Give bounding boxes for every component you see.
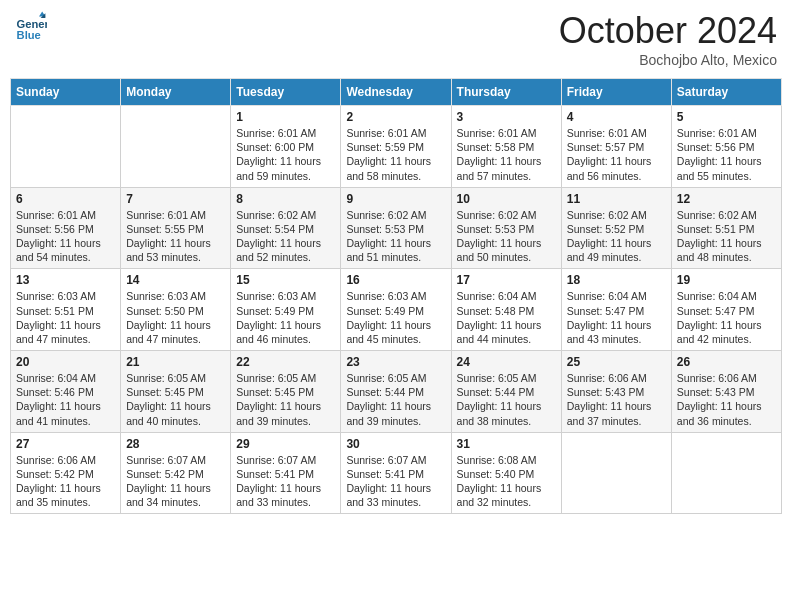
day-info: Sunrise: 6:06 AM Sunset: 5:43 PM Dayligh… bbox=[567, 371, 666, 428]
day-info: Sunrise: 6:01 AM Sunset: 5:56 PM Dayligh… bbox=[16, 208, 115, 265]
day-info: Sunrise: 6:02 AM Sunset: 5:53 PM Dayligh… bbox=[457, 208, 556, 265]
day-info: Sunrise: 6:01 AM Sunset: 5:58 PM Dayligh… bbox=[457, 126, 556, 183]
week-row-4: 27Sunrise: 6:06 AM Sunset: 5:42 PM Dayli… bbox=[11, 432, 782, 514]
day-info: Sunrise: 6:04 AM Sunset: 5:48 PM Dayligh… bbox=[457, 289, 556, 346]
calendar-cell: 28Sunrise: 6:07 AM Sunset: 5:42 PM Dayli… bbox=[121, 432, 231, 514]
calendar-cell: 1Sunrise: 6:01 AM Sunset: 6:00 PM Daylig… bbox=[231, 106, 341, 188]
weekday-header-thursday: Thursday bbox=[451, 79, 561, 106]
day-info: Sunrise: 6:01 AM Sunset: 5:56 PM Dayligh… bbox=[677, 126, 776, 183]
day-number: 11 bbox=[567, 192, 666, 206]
day-info: Sunrise: 6:03 AM Sunset: 5:49 PM Dayligh… bbox=[236, 289, 335, 346]
calendar-cell: 10Sunrise: 6:02 AM Sunset: 5:53 PM Dayli… bbox=[451, 187, 561, 269]
calendar-cell: 5Sunrise: 6:01 AM Sunset: 5:56 PM Daylig… bbox=[671, 106, 781, 188]
day-number: 26 bbox=[677, 355, 776, 369]
day-number: 13 bbox=[16, 273, 115, 287]
weekday-header-monday: Monday bbox=[121, 79, 231, 106]
day-info: Sunrise: 6:07 AM Sunset: 5:41 PM Dayligh… bbox=[236, 453, 335, 510]
week-row-3: 20Sunrise: 6:04 AM Sunset: 5:46 PM Dayli… bbox=[11, 351, 782, 433]
day-number: 30 bbox=[346, 437, 445, 451]
day-number: 8 bbox=[236, 192, 335, 206]
day-number: 31 bbox=[457, 437, 556, 451]
calendar-cell bbox=[11, 106, 121, 188]
weekday-header-saturday: Saturday bbox=[671, 79, 781, 106]
day-info: Sunrise: 6:05 AM Sunset: 5:45 PM Dayligh… bbox=[236, 371, 335, 428]
day-number: 18 bbox=[567, 273, 666, 287]
day-number: 15 bbox=[236, 273, 335, 287]
calendar-cell: 14Sunrise: 6:03 AM Sunset: 5:50 PM Dayli… bbox=[121, 269, 231, 351]
weekday-header-friday: Friday bbox=[561, 79, 671, 106]
day-number: 29 bbox=[236, 437, 335, 451]
calendar-cell: 31Sunrise: 6:08 AM Sunset: 5:40 PM Dayli… bbox=[451, 432, 561, 514]
calendar-cell: 30Sunrise: 6:07 AM Sunset: 5:41 PM Dayli… bbox=[341, 432, 451, 514]
week-row-2: 13Sunrise: 6:03 AM Sunset: 5:51 PM Dayli… bbox=[11, 269, 782, 351]
day-info: Sunrise: 6:02 AM Sunset: 5:51 PM Dayligh… bbox=[677, 208, 776, 265]
calendar-cell: 20Sunrise: 6:04 AM Sunset: 5:46 PM Dayli… bbox=[11, 351, 121, 433]
day-info: Sunrise: 6:01 AM Sunset: 5:55 PM Dayligh… bbox=[126, 208, 225, 265]
calendar-cell: 23Sunrise: 6:05 AM Sunset: 5:44 PM Dayli… bbox=[341, 351, 451, 433]
day-number: 2 bbox=[346, 110, 445, 124]
calendar-cell: 8Sunrise: 6:02 AM Sunset: 5:54 PM Daylig… bbox=[231, 187, 341, 269]
day-number: 28 bbox=[126, 437, 225, 451]
day-number: 6 bbox=[16, 192, 115, 206]
calendar-cell: 9Sunrise: 6:02 AM Sunset: 5:53 PM Daylig… bbox=[341, 187, 451, 269]
day-info: Sunrise: 6:03 AM Sunset: 5:51 PM Dayligh… bbox=[16, 289, 115, 346]
day-info: Sunrise: 6:03 AM Sunset: 5:49 PM Dayligh… bbox=[346, 289, 445, 346]
calendar-cell: 6Sunrise: 6:01 AM Sunset: 5:56 PM Daylig… bbox=[11, 187, 121, 269]
day-info: Sunrise: 6:07 AM Sunset: 5:42 PM Dayligh… bbox=[126, 453, 225, 510]
calendar-cell: 26Sunrise: 6:06 AM Sunset: 5:43 PM Dayli… bbox=[671, 351, 781, 433]
calendar-header: SundayMondayTuesdayWednesdayThursdayFrid… bbox=[11, 79, 782, 106]
day-info: Sunrise: 6:06 AM Sunset: 5:43 PM Dayligh… bbox=[677, 371, 776, 428]
calendar-cell: 18Sunrise: 6:04 AM Sunset: 5:47 PM Dayli… bbox=[561, 269, 671, 351]
month-title: October 2024 bbox=[559, 10, 777, 52]
calendar-table: SundayMondayTuesdayWednesdayThursdayFrid… bbox=[10, 78, 782, 514]
week-row-0: 1Sunrise: 6:01 AM Sunset: 6:00 PM Daylig… bbox=[11, 106, 782, 188]
calendar-cell: 16Sunrise: 6:03 AM Sunset: 5:49 PM Dayli… bbox=[341, 269, 451, 351]
day-number: 22 bbox=[236, 355, 335, 369]
calendar-cell: 3Sunrise: 6:01 AM Sunset: 5:58 PM Daylig… bbox=[451, 106, 561, 188]
day-number: 3 bbox=[457, 110, 556, 124]
day-info: Sunrise: 6:04 AM Sunset: 5:47 PM Dayligh… bbox=[677, 289, 776, 346]
page-header: General Blue General Blue October 2024 B… bbox=[10, 10, 782, 68]
day-number: 10 bbox=[457, 192, 556, 206]
day-number: 21 bbox=[126, 355, 225, 369]
svg-text:General: General bbox=[17, 18, 47, 30]
calendar-cell: 15Sunrise: 6:03 AM Sunset: 5:49 PM Dayli… bbox=[231, 269, 341, 351]
day-info: Sunrise: 6:01 AM Sunset: 5:59 PM Dayligh… bbox=[346, 126, 445, 183]
weekday-header-wednesday: Wednesday bbox=[341, 79, 451, 106]
calendar-cell: 4Sunrise: 6:01 AM Sunset: 5:57 PM Daylig… bbox=[561, 106, 671, 188]
logo: General Blue General Blue bbox=[15, 10, 47, 42]
day-info: Sunrise: 6:02 AM Sunset: 5:53 PM Dayligh… bbox=[346, 208, 445, 265]
location: Bochojbo Alto, Mexico bbox=[559, 52, 777, 68]
day-info: Sunrise: 6:04 AM Sunset: 5:46 PM Dayligh… bbox=[16, 371, 115, 428]
calendar-cell: 22Sunrise: 6:05 AM Sunset: 5:45 PM Dayli… bbox=[231, 351, 341, 433]
weekday-header-sunday: Sunday bbox=[11, 79, 121, 106]
logo-icon: General Blue bbox=[15, 10, 47, 42]
day-number: 20 bbox=[16, 355, 115, 369]
day-number: 5 bbox=[677, 110, 776, 124]
day-info: Sunrise: 6:01 AM Sunset: 5:57 PM Dayligh… bbox=[567, 126, 666, 183]
calendar-cell: 29Sunrise: 6:07 AM Sunset: 5:41 PM Dayli… bbox=[231, 432, 341, 514]
day-info: Sunrise: 6:04 AM Sunset: 5:47 PM Dayligh… bbox=[567, 289, 666, 346]
calendar-cell bbox=[121, 106, 231, 188]
day-number: 9 bbox=[346, 192, 445, 206]
day-number: 14 bbox=[126, 273, 225, 287]
calendar-cell: 12Sunrise: 6:02 AM Sunset: 5:51 PM Dayli… bbox=[671, 187, 781, 269]
day-number: 25 bbox=[567, 355, 666, 369]
calendar-cell: 13Sunrise: 6:03 AM Sunset: 5:51 PM Dayli… bbox=[11, 269, 121, 351]
day-info: Sunrise: 6:05 AM Sunset: 5:44 PM Dayligh… bbox=[457, 371, 556, 428]
calendar-body: 1Sunrise: 6:01 AM Sunset: 6:00 PM Daylig… bbox=[11, 106, 782, 514]
day-number: 7 bbox=[126, 192, 225, 206]
day-number: 19 bbox=[677, 273, 776, 287]
day-number: 16 bbox=[346, 273, 445, 287]
week-row-1: 6Sunrise: 6:01 AM Sunset: 5:56 PM Daylig… bbox=[11, 187, 782, 269]
day-info: Sunrise: 6:07 AM Sunset: 5:41 PM Dayligh… bbox=[346, 453, 445, 510]
day-info: Sunrise: 6:08 AM Sunset: 5:40 PM Dayligh… bbox=[457, 453, 556, 510]
day-info: Sunrise: 6:01 AM Sunset: 6:00 PM Dayligh… bbox=[236, 126, 335, 183]
title-block: October 2024 Bochojbo Alto, Mexico bbox=[559, 10, 777, 68]
day-number: 4 bbox=[567, 110, 666, 124]
calendar-cell: 7Sunrise: 6:01 AM Sunset: 5:55 PM Daylig… bbox=[121, 187, 231, 269]
calendar-cell bbox=[671, 432, 781, 514]
day-info: Sunrise: 6:05 AM Sunset: 5:45 PM Dayligh… bbox=[126, 371, 225, 428]
calendar-cell bbox=[561, 432, 671, 514]
calendar-cell: 19Sunrise: 6:04 AM Sunset: 5:47 PM Dayli… bbox=[671, 269, 781, 351]
